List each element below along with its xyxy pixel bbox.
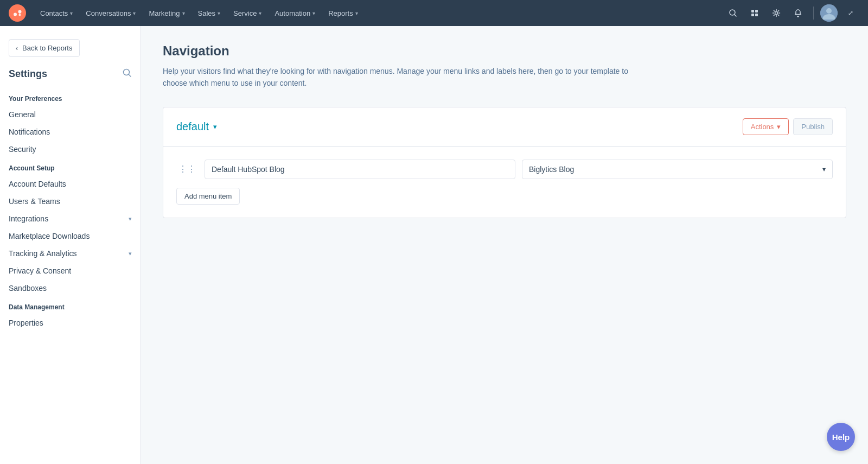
help-button[interactable]: Help bbox=[827, 423, 855, 451]
main-content: Navigation Help your visitors find what … bbox=[141, 26, 868, 464]
main-layout: ‹ Back to Reports Settings Your Preferen… bbox=[0, 26, 868, 464]
svg-rect-5 bbox=[755, 10, 758, 12]
search-button[interactable] bbox=[724, 4, 742, 22]
nav-section-action-buttons: Actions ▾ Publish bbox=[743, 118, 833, 135]
chevron-down-icon: ▾ bbox=[129, 215, 132, 223]
chevron-icon: ▾ bbox=[312, 10, 315, 16]
user-avatar[interactable] bbox=[820, 4, 838, 22]
sidebar-search-icon[interactable] bbox=[122, 68, 132, 80]
nav-divider bbox=[813, 7, 814, 20]
sidebar-item-account-defaults[interactable]: Account Defaults bbox=[0, 175, 141, 193]
section-title-preferences: Your Preferences bbox=[0, 88, 141, 106]
svg-rect-6 bbox=[751, 14, 754, 16]
svg-point-0 bbox=[9, 4, 26, 22]
chevron-icon: ▾ bbox=[133, 10, 136, 16]
notifications-button[interactable] bbox=[789, 4, 807, 22]
nav-item-service[interactable]: Service ▾ bbox=[228, 6, 267, 21]
svg-point-10 bbox=[826, 8, 832, 14]
sidebar-item-users-teams[interactable]: Users & Teams bbox=[0, 193, 141, 210]
svg-rect-7 bbox=[755, 14, 758, 16]
page-title: Navigation bbox=[163, 43, 846, 59]
section-title-data: Data Management bbox=[0, 297, 141, 314]
svg-line-3 bbox=[735, 15, 737, 17]
sidebar-item-general[interactable]: General bbox=[0, 106, 141, 123]
back-arrow-icon: ‹ bbox=[16, 45, 18, 52]
svg-rect-4 bbox=[751, 10, 754, 12]
nav-item-marketing[interactable]: Marketing ▾ bbox=[143, 6, 190, 21]
sidebar-title: Settings bbox=[9, 68, 47, 80]
dropdown-arrow-icon: ▾ bbox=[822, 166, 826, 173]
nav-item-reports[interactable]: Reports ▾ bbox=[323, 6, 363, 21]
nav-right-actions: ⤢ bbox=[724, 4, 859, 22]
menu-item-link-dropdown[interactable]: Biglytics Blog ▾ bbox=[522, 160, 833, 179]
menu-item-name-input[interactable] bbox=[205, 160, 515, 179]
sidebar-item-tracking[interactable]: Tracking & Analytics ▾ bbox=[0, 245, 141, 262]
nav-item-conversations[interactable]: Conversations ▾ bbox=[80, 6, 141, 21]
nav-section-body: ⋮⋮ Biglytics Blog ▾ Add menu item bbox=[163, 147, 846, 218]
sidebar: ‹ Back to Reports Settings Your Preferen… bbox=[0, 26, 141, 464]
sidebar-item-marketplace[interactable]: Marketplace Downloads bbox=[0, 227, 141, 245]
menu-item-row: ⋮⋮ Biglytics Blog ▾ bbox=[176, 160, 833, 179]
settings-button[interactable] bbox=[768, 4, 785, 22]
chevron-icon: ▾ bbox=[70, 10, 73, 16]
chevron-down-icon: ▾ bbox=[129, 250, 132, 257]
chevron-icon: ▾ bbox=[355, 10, 358, 16]
nav-menu-dropdown-icon: ▾ bbox=[213, 123, 217, 131]
publish-button[interactable]: Publish bbox=[793, 118, 833, 135]
back-to-reports-button[interactable]: ‹ Back to Reports bbox=[9, 39, 80, 57]
sidebar-item-integrations[interactable]: Integrations ▾ bbox=[0, 210, 141, 227]
sidebar-item-sandboxes[interactable]: Sandboxes bbox=[0, 279, 141, 297]
svg-line-12 bbox=[129, 74, 131, 77]
sidebar-item-notifications[interactable]: Notifications bbox=[0, 123, 141, 141]
actions-button[interactable]: Actions ▾ bbox=[743, 118, 789, 135]
sidebar-item-security[interactable]: Security bbox=[0, 141, 141, 158]
section-title-account: Account Setup bbox=[0, 158, 141, 175]
chevron-icon: ▾ bbox=[259, 10, 261, 16]
sidebar-item-privacy[interactable]: Privacy & Consent bbox=[0, 262, 141, 279]
marketplace-button[interactable] bbox=[746, 4, 763, 22]
top-navigation: Contacts ▾ Conversations ▾ Marketing ▾ S… bbox=[0, 0, 868, 26]
nav-menu-title[interactable]: default ▾ bbox=[176, 120, 217, 133]
sidebar-item-properties[interactable]: Properties bbox=[0, 314, 141, 332]
chevron-icon: ▾ bbox=[218, 10, 220, 16]
svg-point-8 bbox=[775, 12, 778, 15]
nav-section-header: default ▾ Actions ▾ Publish bbox=[163, 107, 846, 147]
chevron-icon: ▾ bbox=[182, 10, 185, 16]
nav-item-automation[interactable]: Automation ▾ bbox=[269, 6, 321, 21]
navigation-menu-section: default ▾ Actions ▾ Publish ⋮⋮ bbox=[163, 107, 846, 218]
expand-button[interactable]: ⤢ bbox=[842, 4, 859, 22]
svg-point-1 bbox=[18, 10, 22, 14]
actions-chevron-icon: ▾ bbox=[777, 123, 781, 131]
nav-item-sales[interactable]: Sales ▾ bbox=[193, 6, 226, 21]
drag-handle-icon[interactable]: ⋮⋮ bbox=[176, 162, 198, 176]
page-description: Help your visitors find what they're loo… bbox=[163, 65, 651, 90]
sidebar-header: Settings bbox=[0, 68, 141, 88]
add-menu-item-button[interactable]: Add menu item bbox=[176, 188, 240, 205]
nav-item-contacts[interactable]: Contacts ▾ bbox=[35, 6, 78, 21]
hubspot-logo[interactable] bbox=[9, 4, 26, 22]
